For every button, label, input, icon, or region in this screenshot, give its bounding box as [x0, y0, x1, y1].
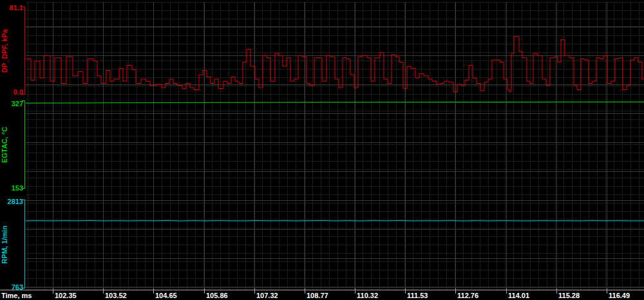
dp-dpf-axis-title: DP_DPF, kPa — [1, 28, 8, 73]
dp-dpf-min-label: 0.0 — [14, 88, 23, 96]
egtac-axis-title: EGTAC, °C — [1, 127, 8, 163]
time-tick-label: 112.76 — [457, 292, 478, 299]
time-tick-label: 104.65 — [155, 292, 177, 299]
dp-dpf-max-label: 81.1 — [10, 4, 23, 12]
signal-traces — [26, 37, 644, 221]
panel-axes — [22, 6, 25, 288]
time-tick-label: 116.49 — [609, 292, 630, 299]
time-tick-label: 108.77 — [307, 292, 328, 299]
time-tick-label: 115.28 — [558, 292, 580, 299]
time-axis-title: Time, ms — [1, 292, 32, 299]
dp_dpf-trace — [26, 37, 644, 92]
grid-minor — [26, 2, 644, 290]
logger-chart-window: 81.1 0.0 DP_DPF, kPa 327 153 EGTAC, °C 2… — [0, 0, 644, 300]
time-tick-label: 107.32 — [256, 292, 278, 299]
egtac-max-label: 327 — [12, 100, 23, 108]
rpm-max-label: 2813 — [8, 198, 23, 205]
rpm-axis-title: RPM, 1/min — [1, 225, 8, 264]
time-tick-label: 105.86 — [206, 292, 228, 299]
grid-major — [26, 2, 644, 290]
time-tick-label: 111.53 — [407, 292, 428, 299]
time-tick-label: 114.01 — [508, 292, 529, 299]
logger-chart: 81.1 0.0 DP_DPF, kPa 327 153 EGTAC, °C 2… — [0, 0, 644, 300]
rpm-trace — [26, 221, 644, 221]
time-tick-label: 110.32 — [357, 292, 378, 299]
time-tick-label: 103.52 — [105, 292, 127, 299]
time-tick-label: 102.35 — [55, 292, 77, 299]
egtac-min-label: 153 — [12, 184, 23, 192]
